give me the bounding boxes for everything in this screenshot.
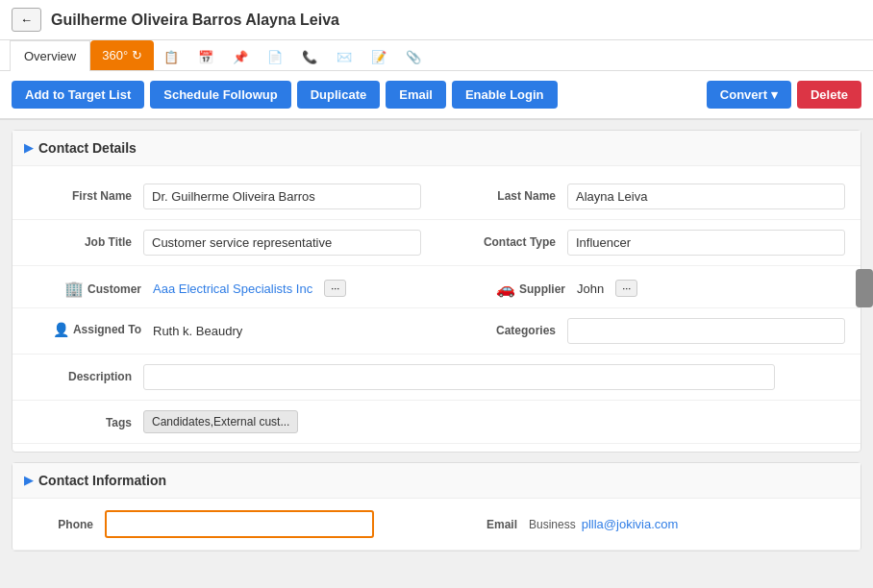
assigned-to-field: 👤 Assigned To Ruth k. Beaudry bbox=[12, 308, 436, 355]
back-button[interactable]: ← bbox=[12, 8, 41, 32]
tab-list-icon[interactable]: 📋 bbox=[154, 44, 188, 70]
action-bar: Add to Target List Schedule Followup Dup… bbox=[0, 71, 873, 120]
contact-information-section: ▶ Contact Information Phone Email Busine… bbox=[12, 462, 861, 551]
first-name-value bbox=[143, 184, 421, 209]
section-arrow-icon2: ▶ bbox=[24, 474, 33, 487]
tags-field: Tags Candidates,External cust... bbox=[12, 401, 861, 444]
tab-email-icon[interactable]: ✉️ bbox=[327, 44, 362, 70]
job-title-input[interactable] bbox=[143, 230, 421, 256]
fields-grid-row6: Tags Candidates,External cust... bbox=[12, 401, 861, 444]
add-to-target-button[interactable]: Add to Target List bbox=[12, 81, 144, 109]
last-name-label: Last Name bbox=[452, 184, 567, 203]
supplier-value-wrapper: John ··· bbox=[577, 276, 845, 297]
tabs-bar: Overview 360° ↻ 📋 📅 📌 📄 📞 ✉️ 📝 📎 bbox=[0, 40, 873, 71]
contact-type-value bbox=[567, 230, 845, 256]
last-name-value bbox=[567, 184, 845, 209]
fields-grid-row4: 👤 Assigned To Ruth k. Beaudry Categories bbox=[12, 308, 861, 355]
assigned-to-value: Ruth k. Beaudry bbox=[153, 318, 421, 338]
contact-details-header: ▶ Contact Details bbox=[12, 131, 861, 166]
first-name-label: First Name bbox=[28, 184, 143, 203]
supplier-label-wrapper: 🚗 Supplier bbox=[452, 276, 577, 298]
page-title: Guilherme Oliveira Barros Alayna Leiva bbox=[51, 12, 339, 29]
description-label: Description bbox=[28, 364, 143, 383]
contact-information-title: Contact Information bbox=[38, 473, 166, 488]
schedule-followup-button[interactable]: Schedule Followup bbox=[150, 81, 290, 109]
enable-login-button[interactable]: Enable Login bbox=[452, 81, 558, 109]
last-name-input[interactable] bbox=[567, 184, 845, 209]
contact-info-fields-grid: Phone Email Business pllla@jokivia.com bbox=[12, 499, 861, 551]
job-title-label: Job Title bbox=[28, 230, 143, 249]
email-value: Business pllla@jokivia.com bbox=[529, 517, 845, 531]
building-icon: 🏢 bbox=[64, 280, 84, 298]
categories-input[interactable] bbox=[567, 318, 845, 344]
person-icon: 👤 bbox=[53, 322, 69, 337]
customer-label-wrapper: 🏢 Customer bbox=[28, 276, 153, 298]
contact-type-label: Contact Type bbox=[452, 230, 567, 249]
contact-type-input[interactable] bbox=[567, 230, 845, 256]
assigned-to-label-wrapper: 👤 Assigned To bbox=[28, 318, 153, 337]
contact-type-field: Contact Type bbox=[436, 220, 861, 266]
supplier-label: Supplier bbox=[519, 282, 565, 296]
top-bar: ← Guilherme Oliveira Barros Alayna Leiva bbox=[0, 0, 873, 40]
tags-label: Tags bbox=[28, 410, 143, 429]
tab-360[interactable]: 360° ↻ bbox=[90, 40, 154, 70]
phone-field: Phone bbox=[12, 499, 436, 551]
description-input[interactable] bbox=[143, 364, 775, 390]
tab-pin-icon[interactable]: 📌 bbox=[223, 44, 258, 70]
email-field: Email Business pllla@jokivia.com bbox=[436, 499, 861, 551]
tab-doc-icon[interactable]: 📄 bbox=[258, 44, 292, 70]
categories-label: Categories bbox=[452, 318, 567, 337]
email-link[interactable]: pllla@jokivia.com bbox=[582, 517, 679, 531]
duplicate-button[interactable]: Duplicate bbox=[297, 81, 381, 109]
supplier-field: 🚗 Supplier John ··· bbox=[436, 266, 861, 308]
truck-icon: 🚗 bbox=[496, 280, 515, 298]
tags-value: Candidates,External cust... bbox=[143, 410, 845, 433]
contact-details-content: First Name Last Name Job Title C bbox=[12, 166, 861, 452]
job-title-field: Job Title bbox=[12, 220, 436, 266]
customer-field: 🏢 Customer Aaa Electrical Specialists In… bbox=[12, 266, 436, 308]
refresh-icon: ↻ bbox=[132, 48, 142, 62]
first-name-input[interactable] bbox=[143, 184, 421, 209]
description-value bbox=[143, 364, 845, 390]
fields-grid-row2: Job Title Contact Type bbox=[12, 220, 861, 266]
supplier-value: John bbox=[577, 282, 604, 296]
last-name-field: Last Name bbox=[436, 174, 861, 220]
dropdown-arrow-icon: ▾ bbox=[771, 87, 778, 102]
fields-grid-row1: First Name Last Name bbox=[12, 174, 861, 220]
customer-label: Customer bbox=[87, 282, 141, 296]
tab-note-icon[interactable]: 📝 bbox=[362, 44, 396, 70]
fields-grid-row5: Description bbox=[12, 355, 861, 401]
section-arrow-icon: ▶ bbox=[24, 141, 33, 155]
tab-attach-icon[interactable]: 📎 bbox=[396, 44, 431, 70]
tags-badge: Candidates,External cust... bbox=[143, 410, 298, 433]
phone-label: Phone bbox=[28, 518, 105, 531]
phone-value bbox=[105, 510, 421, 538]
convert-label: Convert bbox=[720, 87, 767, 102]
contact-details-section: ▶ Contact Details First Name Last Name J… bbox=[12, 130, 861, 453]
categories-field: Categories bbox=[436, 308, 861, 355]
fields-grid-row3: 🏢 Customer Aaa Electrical Specialists In… bbox=[12, 266, 861, 308]
phone-input[interactable] bbox=[105, 510, 374, 538]
first-name-field: First Name bbox=[12, 174, 436, 220]
description-field: Description bbox=[12, 355, 861, 401]
convert-button[interactable]: Convert ▾ bbox=[707, 81, 791, 109]
supplier-more-button[interactable]: ··· bbox=[615, 280, 637, 297]
tab-360-label: 360° bbox=[102, 48, 128, 62]
tab-calendar-icon[interactable]: 📅 bbox=[188, 44, 223, 70]
job-title-value bbox=[143, 230, 421, 256]
categories-value bbox=[567, 318, 845, 344]
customer-link[interactable]: Aaa Electrical Specialists Inc bbox=[153, 282, 312, 296]
email-button[interactable]: Email bbox=[386, 81, 446, 109]
assigned-to-text: Ruth k. Beaudry bbox=[153, 324, 242, 338]
assigned-to-label: Assigned To bbox=[73, 323, 141, 336]
email-type: Business bbox=[529, 518, 576, 531]
contact-details-title: Contact Details bbox=[38, 140, 137, 156]
tab-phone-icon[interactable]: 📞 bbox=[292, 44, 327, 70]
scrollbar[interactable] bbox=[856, 269, 873, 307]
customer-more-button[interactable]: ··· bbox=[324, 280, 346, 297]
contact-information-header: ▶ Contact Information bbox=[12, 463, 861, 499]
customer-value-wrapper: Aaa Electrical Specialists Inc ··· bbox=[153, 276, 421, 297]
delete-button[interactable]: Delete bbox=[797, 81, 861, 109]
email-label: Email bbox=[452, 518, 529, 531]
tab-overview[interactable]: Overview bbox=[10, 40, 90, 71]
